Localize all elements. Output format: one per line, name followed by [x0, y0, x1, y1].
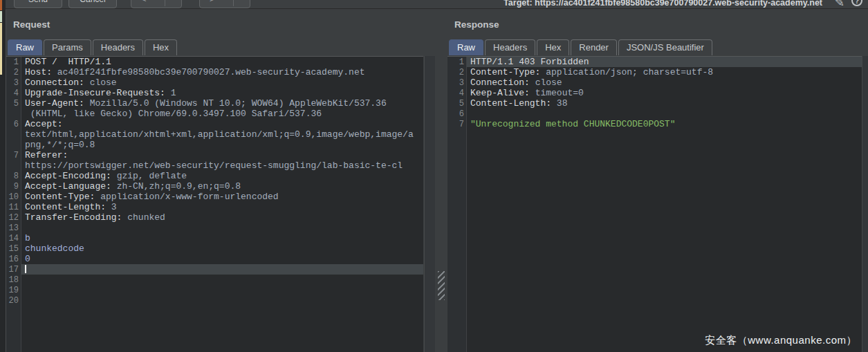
- line-number: 5: [6, 99, 21, 109]
- code-row[interactable]: 7"Unrecognized method CHUNKEDCODE0POST": [447, 119, 862, 129]
- line-number: 15: [6, 244, 21, 254]
- code-row[interactable]: png,*/*;q=0.8: [6, 140, 423, 150]
- request-title: Request: [13, 19, 50, 30]
- code-text: Content-Length: 3: [21, 202, 423, 212]
- code-row[interactable]: 13: [6, 223, 423, 233]
- code-text: Accept:: [21, 119, 423, 129]
- line-number: 19: [6, 286, 21, 295]
- line-number: 14: [6, 234, 21, 243]
- line-number: 1: [6, 57, 21, 67]
- code-row[interactable]: 12Transfer-Encoding: chunked: [6, 212, 423, 223]
- line-number: 7: [447, 120, 467, 129]
- splitter-grip-icon[interactable]: [438, 271, 445, 300]
- line-number: 4: [6, 89, 21, 98]
- code-row[interactable]: 15chunkedcode: [6, 243, 423, 254]
- target-label: Target: https://ac401f241fbfe98580bc39e7…: [504, 0, 822, 8]
- code-row[interactable]: 4Upgrade-Insecure-Requests: 1: [6, 88, 423, 98]
- code-row[interactable]: 4Keep-Alive: timeout=0: [447, 88, 862, 98]
- request-scrollbar-track[interactable]: [424, 56, 435, 352]
- code-text: "Unrecognized method CHUNKEDCODE0POST": [467, 119, 862, 129]
- request-editor[interactable]: 1POST / HTTP/1.12Host: ac401f241fbfe9858…: [6, 56, 423, 352]
- request-tabs: RawParamsHeadersHex: [8, 39, 178, 55]
- code-row[interactable]: 2Content-Type: application/json; charset…: [447, 67, 862, 77]
- line-number: 17: [6, 265, 21, 275]
- code-row[interactable]: 7Referer:: [6, 150, 423, 160]
- button-divider: [165, 0, 165, 6]
- line-number: 11: [6, 203, 21, 212]
- tab-params[interactable]: Params: [44, 39, 91, 55]
- code-row[interactable]: (KHTML, like Gecko) Chrome/69.0.3497.100…: [6, 109, 423, 119]
- edit-target-icon[interactable]: ✎: [835, 0, 844, 9]
- code-text: text/html,application/xhtml+xml,applicat…: [21, 129, 423, 140]
- code-text: [21, 275, 423, 285]
- line-number: 13: [6, 223, 21, 233]
- line-number: 6: [6, 120, 21, 129]
- watermark: 安全客（www.anquanke.com）: [705, 334, 857, 347]
- tab-json-js-beautifier[interactable]: JSON/JS Beautifier: [618, 39, 712, 55]
- code-text: Transfer-Encoding: chunked: [21, 212, 423, 223]
- code-text: [21, 223, 423, 233]
- code-row[interactable]: 1HTTP/1.1 403 Forbidden: [447, 57, 862, 67]
- repeater-toolbar: Send Cancel < > Target: https://ac401f24…: [0, 0, 868, 9]
- code-row[interactable]: 6Accept:: [6, 119, 423, 129]
- code-text: [467, 109, 862, 119]
- tab-hex[interactable]: Hex: [145, 39, 177, 55]
- tab-render[interactable]: Render: [571, 39, 617, 55]
- code-text: Accept-Language: zh-CN,zh;q=0.9,en;q=0.8: [21, 181, 423, 192]
- code-text: [21, 264, 423, 275]
- code-row[interactable]: 20: [6, 295, 423, 306]
- line-number: 2: [447, 68, 467, 77]
- code-row[interactable]: 2Host: ac401f241fbfe98580bc39e700790027.…: [6, 67, 423, 77]
- tab-headers[interactable]: Headers: [93, 39, 143, 55]
- line-number: 20: [6, 296, 21, 306]
- edge-color-sliver: [0, 11, 2, 22]
- code-row[interactable]: 18: [6, 275, 423, 285]
- code-text: Accept-Encoding: gzip, deflate: [21, 171, 423, 181]
- code-row[interactable]: 17: [6, 264, 423, 275]
- response-tabs: RawHeadersHexRenderJSON/JS Beautifier: [449, 39, 714, 55]
- send-button[interactable]: Send: [14, 0, 62, 8]
- code-row[interactable]: 19: [6, 285, 423, 295]
- line-number: 7: [6, 151, 21, 160]
- code-text: [21, 285, 423, 295]
- panel-splitter[interactable]: [435, 10, 447, 352]
- chevron-left-icon: <: [141, 0, 147, 8]
- code-row[interactable]: 6: [447, 109, 862, 119]
- button-divider: [233, 0, 234, 6]
- prev-request-button[interactable]: <: [131, 0, 182, 8]
- tab-raw[interactable]: Raw: [449, 39, 483, 55]
- tab-raw[interactable]: Raw: [8, 39, 42, 55]
- text-cursor: [25, 265, 26, 273]
- code-row[interactable]: 10Content-Type: application/x-www-form-u…: [6, 192, 423, 202]
- tab-headers[interactable]: Headers: [485, 39, 535, 55]
- code-row[interactable]: 3Connection: close: [447, 77, 862, 88]
- cancel-button[interactable]: Cancel: [68, 0, 117, 8]
- code-text: Referer:: [21, 150, 423, 160]
- code-row[interactable]: 5User-Agent: Mozilla/5.0 (Windows NT 10.…: [6, 98, 423, 109]
- code-row[interactable]: 9Accept-Language: zh-CN,zh;q=0.9,en;q=0.…: [6, 181, 423, 192]
- code-text: Keep-Alive: timeout=0: [467, 88, 862, 98]
- code-row[interactable]: 160: [6, 254, 423, 264]
- code-row[interactable]: 3Connection: close: [6, 77, 423, 88]
- code-row[interactable]: 11Content-Length: 3: [6, 202, 423, 212]
- next-request-button[interactable]: >: [199, 0, 250, 8]
- code-text: User-Agent: Mozilla/5.0 (Windows NT 10.0…: [21, 98, 423, 109]
- code-text: png,*/*;q=0.8: [21, 140, 423, 150]
- response-title: Response: [454, 19, 499, 30]
- code-row[interactable]: text/html,application/xhtml+xml,applicat…: [6, 129, 423, 140]
- code-row[interactable]: 5Content-Length: 38: [447, 98, 862, 109]
- help-icon[interactable]: ?: [851, 0, 862, 6]
- code-text: Connection: close: [21, 77, 423, 88]
- code-row[interactable]: 14b: [6, 233, 423, 243]
- response-scrollbar-track[interactable]: [862, 56, 868, 352]
- code-text: [21, 295, 423, 306]
- code-text: Upgrade-Insecure-Requests: 1: [21, 88, 423, 98]
- code-text: HTTP/1.1 403 Forbidden: [467, 57, 862, 67]
- line-number: 2: [6, 68, 21, 77]
- code-row[interactable]: https://portswigger.net/web-security/req…: [6, 160, 423, 171]
- tab-hex[interactable]: Hex: [537, 39, 569, 55]
- response-editor[interactable]: 1HTTP/1.1 403 Forbidden2Content-Type: ap…: [447, 56, 862, 352]
- line-number: 6: [447, 109, 467, 119]
- code-row[interactable]: 1POST / HTTP/1.1: [6, 57, 423, 67]
- code-row[interactable]: 8Accept-Encoding: gzip, deflate: [6, 171, 423, 181]
